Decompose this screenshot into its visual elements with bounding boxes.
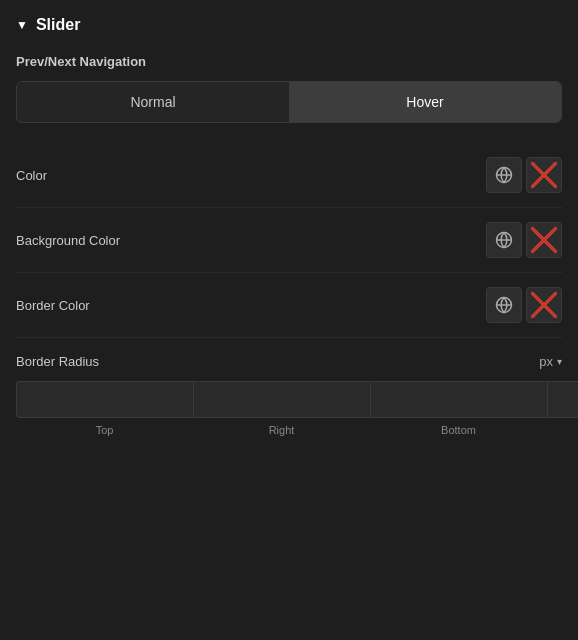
normal-toggle[interactable]: Normal [17,82,289,122]
globe-icon [495,296,513,314]
bg-color-swatch[interactable] [526,222,562,258]
color-label: Color [16,168,47,183]
panel-title: Slider [36,16,80,34]
border-color-control [486,287,562,323]
bottom-radius-input[interactable] [370,381,547,418]
background-color-field-row: Background Color [16,208,562,273]
border-radius-label: Border Radius [16,354,99,369]
unit-text: px [539,354,553,369]
left-label: Left [547,424,578,436]
color-field-row: Color [16,143,562,208]
color-global-button[interactable] [486,157,522,193]
bottom-label: Bottom [370,424,547,436]
top-label: Top [16,424,193,436]
background-color-control [486,222,562,258]
unit-selector[interactable]: px ▾ [539,354,562,369]
right-label: Right [193,424,370,436]
border-color-global-button[interactable] [486,287,522,323]
right-radius-input[interactable] [193,381,370,418]
color-swatch[interactable] [526,157,562,193]
border-radius-section: Border Radius px ▾ Top Right [16,354,562,436]
panel-header: ▼ Slider [16,16,562,34]
bg-color-global-button[interactable] [486,222,522,258]
left-radius-input[interactable] [547,381,578,418]
section-label: Prev/Next Navigation [16,54,562,69]
border-color-field-row: Border Color [16,273,562,338]
unit-chevron-icon: ▾ [557,356,562,367]
border-color-swatch[interactable] [526,287,562,323]
background-color-label: Background Color [16,233,120,248]
border-radius-header: Border Radius px ▾ [16,354,562,369]
border-radius-inputs-section: Top Right Bottom Left 🔗 [16,381,562,436]
border-color-label: Border Color [16,298,90,313]
globe-icon [495,231,513,249]
globe-icon [495,166,513,184]
hover-toggle[interactable]: Hover [289,82,561,122]
chevron-down-icon: ▼ [16,18,28,32]
color-control [486,157,562,193]
state-toggle-group: Normal Hover [16,81,562,123]
top-radius-input[interactable] [16,381,193,418]
slider-panel: ▼ Slider Prev/Next Navigation Normal Hov… [0,0,578,452]
